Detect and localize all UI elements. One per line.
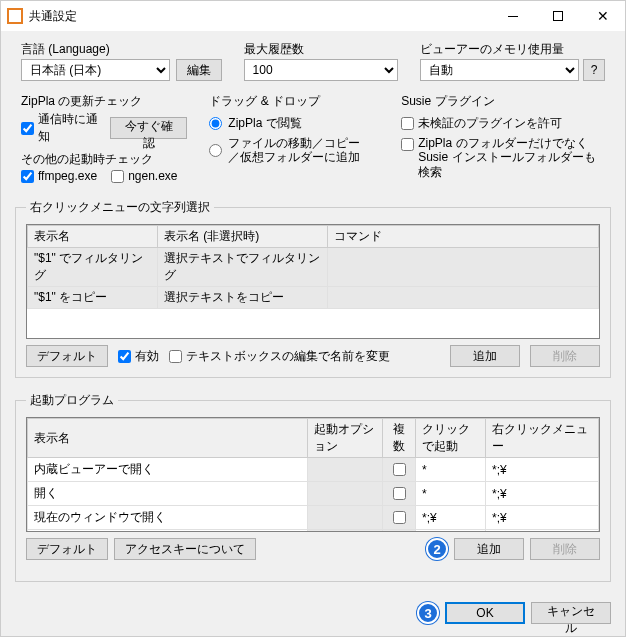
table-row[interactable]: 開く **;¥ xyxy=(28,482,599,506)
ok-button[interactable]: OK xyxy=(445,602,525,624)
language-select[interactable]: 日本語 (日本) xyxy=(21,59,170,81)
titlebar: 共通設定 ✕ xyxy=(1,1,625,31)
minimize-button[interactable] xyxy=(490,1,535,31)
table-row[interactable]: 現在のウィンドウで開く *;¥*;¥ xyxy=(28,506,599,530)
other-legend: その他の起動時チェック xyxy=(19,151,155,168)
update-notify-checkbox[interactable]: 通信時に通知 xyxy=(21,111,102,145)
rclick-legend: 右クリックメニューの文字列選択 xyxy=(26,199,214,216)
susie-scan-checkbox[interactable]: ZipPla のフォルダーだけでなく Susie インストールフォルダーも検索 xyxy=(401,136,605,179)
rclick-delete-button[interactable]: 削除 xyxy=(530,345,600,367)
launch-accesskey-button[interactable]: アクセスキーについて xyxy=(114,538,256,560)
launch-add-button[interactable]: 追加 xyxy=(454,538,524,560)
app-icon xyxy=(7,8,23,24)
memory-legend: ビューアーのメモリ使用量 xyxy=(418,41,566,58)
window-title: 共通設定 xyxy=(29,8,490,25)
maximize-button[interactable] xyxy=(535,1,580,31)
memory-help-button[interactable]: ? xyxy=(583,59,605,81)
close-button[interactable]: ✕ xyxy=(580,1,625,31)
table-row[interactable]: 内蔵ビューアーで開く **;¥ xyxy=(28,458,599,482)
launch-delete-button[interactable]: 削除 xyxy=(530,538,600,560)
rclick-enabled-checkbox[interactable]: 有効 xyxy=(118,348,159,365)
badge-3: 3 xyxy=(417,602,439,624)
history-legend: 最大履歴数 xyxy=(242,41,306,58)
badge-2: 2 xyxy=(426,538,448,560)
rclick-add-button[interactable]: 追加 xyxy=(450,345,520,367)
memory-select[interactable]: 自動 xyxy=(420,59,579,81)
rclick-default-button[interactable]: デフォルト xyxy=(26,345,108,367)
table-row[interactable]: "$1" をコピー 選択テキストをコピー xyxy=(28,287,599,309)
launch-table[interactable]: 表示名 起動オプション 複数 クリックで起動 右クリックメニュー 内蔵ビューアー… xyxy=(26,417,600,532)
drag-move-radio[interactable]: ファイルの移動／コピー ／仮想フォルダーに追加 xyxy=(209,136,379,165)
table-row[interactable]: "$1" でフィルタリング 選択テキストでフィルタリング xyxy=(28,248,599,287)
drag-legend: ドラッグ & ドロップ xyxy=(207,93,322,110)
update-legend: ZipPla の更新チェック xyxy=(19,93,144,110)
table-row[interactable]: エクスプローラーで開く/select, *;¥ xyxy=(28,530,599,533)
ngen-checkbox[interactable]: ngen.exe xyxy=(111,169,177,183)
history-select[interactable]: 100 xyxy=(244,59,398,81)
susie-allow-checkbox[interactable]: 未検証のプラグインを許可 xyxy=(401,115,605,132)
update-check-now-button[interactable]: 今すぐ確認 xyxy=(110,117,187,139)
launch-legend: 起動プログラム xyxy=(26,392,118,409)
susie-legend: Susie プラグイン xyxy=(399,93,496,110)
rclick-rename-checkbox[interactable]: テキストボックスの編集で名前を変更 xyxy=(169,348,390,365)
language-edit-button[interactable]: 編集 xyxy=(176,59,222,81)
drag-browse-radio[interactable]: ZipPla で閲覧 xyxy=(209,115,379,132)
rclick-table[interactable]: 表示名 表示名 (非選択時) コマンド "$1" でフィルタリング 選択テキスト… xyxy=(26,224,600,339)
ffmpeg-checkbox[interactable]: ffmpeg.exe xyxy=(21,169,97,183)
language-legend: 言語 (Language) xyxy=(19,41,112,58)
cancel-button[interactable]: キャンセル xyxy=(531,602,611,624)
launch-default-button[interactable]: デフォルト xyxy=(26,538,108,560)
